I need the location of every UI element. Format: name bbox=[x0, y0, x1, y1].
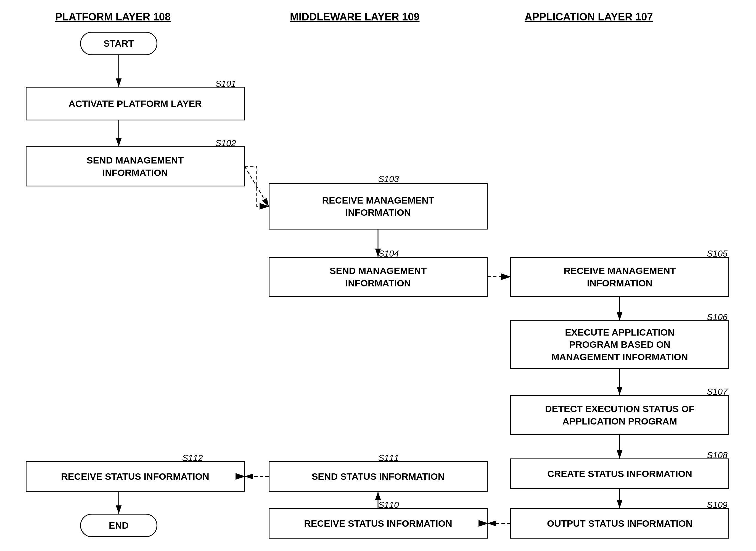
s108-box: CREATE STATUS INFORMATION bbox=[510, 459, 729, 489]
start-node: START bbox=[80, 32, 157, 55]
step-label-s103: S103 bbox=[378, 174, 399, 184]
s106-box: EXECUTE APPLICATIONPROGRAM BASED ONMANAG… bbox=[510, 321, 729, 369]
middleware-layer-header: MIDDLEWARE LAYER 109 bbox=[290, 11, 420, 23]
s104-box: SEND MANAGEMENTINFORMATION bbox=[269, 257, 488, 297]
step-label-s110: S110 bbox=[378, 500, 399, 510]
s103-box: RECEIVE MANAGEMENTINFORMATION bbox=[269, 183, 488, 229]
s111-box: SEND STATUS INFORMATION bbox=[269, 461, 488, 492]
step-label-s112: S112 bbox=[182, 453, 203, 463]
platform-layer-header: PLATFORM LAYER 108 bbox=[55, 11, 171, 23]
step-label-s105: S105 bbox=[707, 248, 728, 259]
s105-box: RECEIVE MANAGEMENTINFORMATION bbox=[510, 257, 729, 297]
step-label-s106: S106 bbox=[707, 312, 728, 322]
s102-box: SEND MANAGEMENTINFORMATION bbox=[26, 146, 245, 186]
step-label-s102: S102 bbox=[215, 138, 236, 148]
step-label-s107: S107 bbox=[707, 387, 728, 397]
step-label-s104: S104 bbox=[378, 248, 399, 259]
step-label-s109: S109 bbox=[707, 500, 728, 510]
step-label-s108: S108 bbox=[707, 450, 728, 460]
svg-line-4 bbox=[245, 166, 269, 206]
diagram-container: PLATFORM LAYER 108 MIDDLEWARE LAYER 109 … bbox=[0, 0, 756, 551]
s107-box: DETECT EXECUTION STATUS OFAPPLICATION PR… bbox=[510, 395, 729, 435]
step-label-s101: S101 bbox=[215, 79, 236, 89]
s110-box: RECEIVE STATUS INFORMATION bbox=[269, 508, 488, 539]
end-node: END bbox=[80, 514, 157, 537]
s101-box: ACTIVATE PLATFORM LAYER bbox=[26, 87, 245, 120]
s112-box: RECEIVE STATUS INFORMATION bbox=[26, 461, 245, 492]
step-label-s111: S111 bbox=[378, 453, 399, 463]
s109-box: OUTPUT STATUS INFORMATION bbox=[510, 508, 729, 539]
application-layer-header: APPLICATION LAYER 107 bbox=[525, 11, 653, 23]
